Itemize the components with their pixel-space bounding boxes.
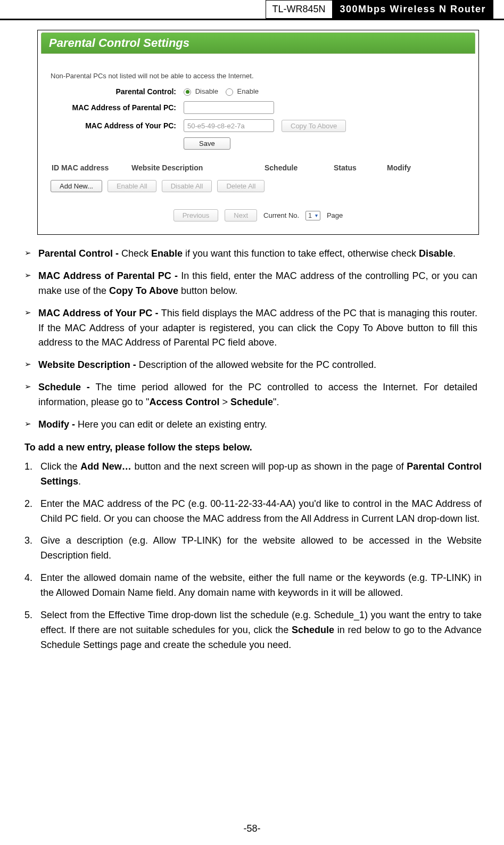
steps-list: 1.Click the Add New… button and the next… bbox=[24, 460, 482, 653]
settings-screenshot: Parental Control Settings Non-Parental P… bbox=[37, 30, 479, 235]
step-text: . bbox=[78, 476, 81, 487]
row-save: Save bbox=[51, 137, 466, 150]
feature-description-list: ➢Parental Control - Check Enable if you … bbox=[24, 247, 482, 432]
bullet-icon: ➢ bbox=[24, 306, 38, 318]
bullet-bold: Enable bbox=[151, 248, 183, 259]
col-status: Status bbox=[334, 163, 387, 172]
col-schedule: Schedule bbox=[265, 163, 334, 172]
product-tagline: 300Mbps Wireless N Router bbox=[333, 0, 493, 19]
radio-enable-label: Enable bbox=[237, 87, 259, 95]
step-number: 3. bbox=[24, 534, 40, 563]
copy-to-above-button[interactable]: Copy To Above bbox=[282, 120, 346, 132]
bullet-term: Website Description - bbox=[38, 359, 139, 370]
list-item: 5.Select from the Effective Time drop-do… bbox=[24, 608, 482, 653]
list-item: ➢Modify - Here you can edit or delete an… bbox=[24, 417, 482, 432]
list-item: 3.Give a description (e.g. Allow TP-LINK… bbox=[24, 534, 482, 563]
bullet-text: Here you can edit or delete an existing … bbox=[78, 419, 267, 430]
bullet-bold: Access Control bbox=[150, 397, 220, 407]
bullet-bold: Copy To Above bbox=[109, 285, 178, 296]
radio-icon bbox=[184, 88, 191, 96]
delete-all-button[interactable]: Delete All bbox=[217, 180, 265, 192]
bullet-bold: Schedule bbox=[230, 397, 273, 407]
row-mac-parental: MAC Address of Parental PC: bbox=[51, 101, 466, 114]
bullet-term: MAC Address of Parental PC - bbox=[38, 270, 181, 281]
step-text: button and the next screen will pop-up a… bbox=[131, 461, 407, 472]
bullet-text: if you want this function to take effect… bbox=[183, 248, 419, 259]
list-item: ➢Schedule - The time period allowed for … bbox=[24, 380, 482, 410]
bullet-text: button below. bbox=[178, 285, 237, 296]
pager-row: Previous Next Current No. 1▾ Page bbox=[51, 209, 466, 221]
row-parental-control: Parental Control: Disable Enable bbox=[51, 87, 466, 96]
step-number: 4. bbox=[24, 571, 40, 601]
list-item: ➢MAC Address of Your PC - This field dis… bbox=[24, 306, 482, 351]
list-item: 2.Enter the MAC address of the PC (e.g. … bbox=[24, 497, 482, 527]
disable-all-button[interactable]: Disable All bbox=[162, 180, 212, 192]
page-select-value: 1 bbox=[308, 212, 312, 219]
panel-body: Non-Parental PCs not listed will not be … bbox=[41, 54, 475, 228]
bullet-icon: ➢ bbox=[24, 358, 38, 370]
label-parental-control: Parental Control: bbox=[51, 87, 184, 96]
bullet-text: Description of the allowed website for t… bbox=[139, 359, 376, 370]
current-no-label: Current No. bbox=[263, 211, 299, 219]
list-item: 4.Enter the allowed domain name of the w… bbox=[24, 571, 482, 601]
enable-all-button[interactable]: Enable All bbox=[108, 180, 156, 192]
steps-heading: To add a new entry, please follow the st… bbox=[24, 442, 492, 453]
model-number: TL-WR845N bbox=[266, 0, 333, 19]
step-bold: Add New… bbox=[80, 461, 131, 472]
list-item: ➢Website Description - Description of th… bbox=[24, 358, 482, 373]
panel-title: Parental Control Settings bbox=[41, 32, 475, 54]
step-number: 1. bbox=[24, 460, 40, 489]
label-mac-parental: MAC Address of Parental PC: bbox=[51, 103, 184, 112]
bullet-icon: ➢ bbox=[24, 417, 38, 430]
list-item: 1.Click the Add New… button and the next… bbox=[24, 460, 482, 489]
step-text: Give a description (e.g. Allow TP-LINK) … bbox=[40, 535, 482, 561]
bullet-text: Check bbox=[121, 248, 151, 259]
radio-enable[interactable]: Enable bbox=[226, 87, 259, 96]
col-modify: Modify bbox=[387, 163, 429, 172]
row-mac-your: MAC Address of Your PC: Copy To Above bbox=[51, 119, 466, 132]
chevron-down-icon: ▾ bbox=[315, 212, 318, 218]
bullet-text: > bbox=[220, 397, 231, 407]
table-header: ID MAC address Website Description Sched… bbox=[51, 160, 466, 176]
page-select[interactable]: 1▾ bbox=[305, 211, 320, 220]
step-text: Enter the MAC address of the PC (e.g. 00… bbox=[40, 498, 482, 524]
col-id-mac: ID MAC address bbox=[52, 163, 131, 172]
previous-button[interactable]: Previous bbox=[173, 209, 219, 221]
input-mac-your[interactable] bbox=[184, 119, 274, 132]
page-number: -58- bbox=[0, 823, 504, 834]
bullet-text: . bbox=[453, 248, 456, 259]
table-action-row: Add New... Enable All Disable All Delete… bbox=[51, 180, 466, 192]
add-new-button[interactable]: Add New... bbox=[51, 180, 102, 192]
page-content: Parental Control Settings Non-Parental P… bbox=[0, 20, 504, 682]
bullet-term: Schedule - bbox=[38, 382, 96, 392]
radio-disable-label: Disable bbox=[195, 87, 218, 95]
bullet-bold: Disable bbox=[419, 248, 453, 259]
bullet-term: MAC Address of Your PC - bbox=[38, 308, 161, 318]
bullet-term: Modify - bbox=[38, 419, 78, 430]
panel-note: Non-Parental PCs not listed will not be … bbox=[51, 72, 466, 80]
bullet-text: ". bbox=[273, 397, 279, 407]
radio-icon bbox=[226, 88, 233, 96]
step-number: 2. bbox=[24, 497, 40, 527]
bullet-icon: ➢ bbox=[24, 380, 38, 392]
step-text: Click the bbox=[40, 461, 80, 472]
step-text: Enter the allowed domain name of the web… bbox=[40, 572, 482, 598]
next-button[interactable]: Next bbox=[225, 209, 257, 221]
step-number: 5. bbox=[24, 608, 40, 653]
radio-disable[interactable]: Disable bbox=[184, 87, 218, 96]
bullet-icon: ➢ bbox=[24, 269, 38, 281]
page-label: Page bbox=[327, 211, 343, 219]
label-mac-your: MAC Address of Your PC: bbox=[51, 121, 184, 130]
col-desc: Website Description bbox=[131, 163, 265, 172]
bullet-term: Parental Control - bbox=[38, 248, 121, 259]
list-item: ➢Parental Control - Check Enable if you … bbox=[24, 247, 482, 261]
input-mac-parental[interactable] bbox=[184, 101, 274, 114]
bullet-icon: ➢ bbox=[24, 247, 38, 259]
radio-group: Disable Enable bbox=[184, 87, 259, 96]
save-button[interactable]: Save bbox=[184, 137, 230, 150]
page-header: TL-WR845N 300Mbps Wireless N Router bbox=[0, 0, 504, 20]
list-item: ➢MAC Address of Parental PC - In this fi… bbox=[24, 269, 482, 299]
step-bold: Schedule bbox=[292, 625, 334, 635]
